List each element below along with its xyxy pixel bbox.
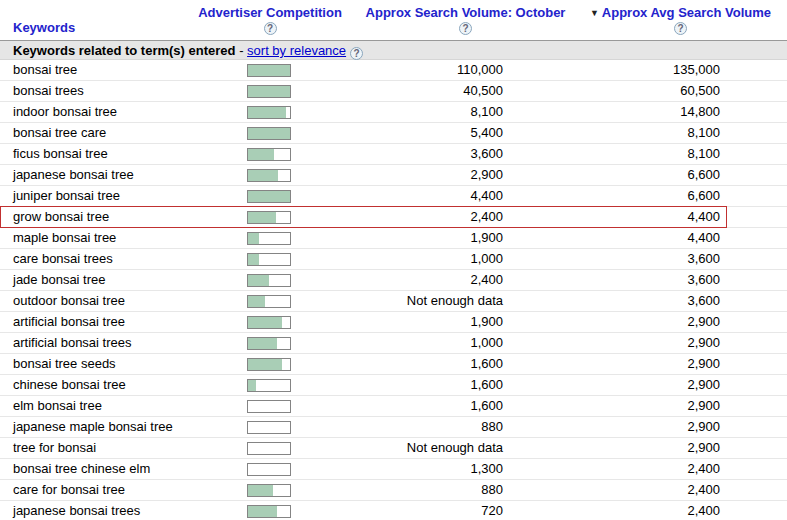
competition-bar-fill bbox=[248, 149, 274, 160]
column-header-advertiser-competition[interactable]: Advertiser Competition ? bbox=[175, 5, 365, 35]
table-row: indoor bonsai tree 8,100 14,800 bbox=[0, 102, 787, 123]
competition-bar bbox=[247, 295, 291, 308]
avg-volume-cell: 2,900 bbox=[503, 375, 720, 395]
help-icon[interactable]: ? bbox=[459, 22, 472, 35]
competition-bar bbox=[247, 484, 291, 497]
keyword-cell: juniper bonsai tree bbox=[0, 186, 247, 206]
competition-bar-fill bbox=[248, 233, 259, 244]
spacer-cell bbox=[720, 228, 787, 248]
table-row: bonsai tree seeds 1,600 2,900 bbox=[0, 354, 787, 375]
avg-volume-cell: 2,400 bbox=[503, 480, 720, 500]
volume-october-cell: 1,900 bbox=[303, 228, 503, 248]
table-row: artificial bonsai trees 1,000 2,900 bbox=[0, 333, 787, 354]
avg-volume-cell: 4,400 bbox=[503, 228, 720, 248]
keyword-cell: indoor bonsai tree bbox=[0, 102, 247, 122]
competition-cell bbox=[247, 375, 303, 395]
competition-cell bbox=[247, 186, 303, 206]
competition-cell bbox=[247, 291, 303, 311]
competition-bar-fill bbox=[248, 128, 290, 139]
competition-bar bbox=[247, 358, 291, 371]
table-row: juniper bonsai tree 4,400 6,600 bbox=[0, 186, 787, 207]
keyword-cell: bonsai tree care bbox=[0, 123, 247, 143]
help-icon[interactable]: ? bbox=[350, 47, 363, 60]
column-header-label: Approx Search Volume: October bbox=[358, 5, 573, 20]
competition-cell bbox=[247, 459, 303, 479]
keyword-cell: japanese maple bonsai tree bbox=[0, 417, 247, 437]
spacer-cell bbox=[720, 291, 787, 311]
competition-bar-fill bbox=[248, 254, 259, 265]
keyword-cell: jade bonsai tree bbox=[0, 270, 247, 290]
competition-bar bbox=[247, 169, 291, 182]
spacer-cell bbox=[720, 396, 787, 416]
table-row: bonsai tree chinese elm 1,300 2,400 bbox=[0, 459, 787, 480]
competition-bar bbox=[247, 337, 291, 350]
competition-cell bbox=[247, 438, 303, 458]
competition-cell bbox=[247, 81, 303, 101]
avg-volume-cell: 3,600 bbox=[503, 270, 720, 290]
avg-volume-cell: 2,900 bbox=[503, 354, 720, 374]
competition-bar bbox=[247, 505, 291, 518]
spacer-cell bbox=[720, 333, 787, 353]
competition-bar-fill bbox=[248, 485, 273, 496]
competition-cell bbox=[247, 102, 303, 122]
avg-volume-cell: 2,400 bbox=[503, 501, 720, 520]
competition-bar-fill bbox=[248, 170, 278, 181]
competition-bar bbox=[247, 85, 291, 98]
keyword-cell: bonsai tree bbox=[0, 60, 247, 80]
table-row: elm bonsai tree 1,600 2,900 bbox=[0, 396, 787, 417]
competition-bar bbox=[247, 232, 291, 245]
keyword-cell: care for bonsai tree bbox=[0, 480, 247, 500]
competition-bar bbox=[247, 106, 291, 119]
keyword-cell: bonsai tree chinese elm bbox=[0, 459, 247, 479]
competition-cell bbox=[247, 144, 303, 164]
table-row: ficus bonsai tree 3,600 8,100 bbox=[0, 144, 787, 165]
help-icon[interactable]: ? bbox=[674, 22, 687, 35]
sort-by-relevance-link[interactable]: sort by relevance bbox=[247, 43, 346, 58]
competition-bar-fill bbox=[248, 65, 290, 76]
volume-october-cell: 1,000 bbox=[303, 333, 503, 353]
volume-october-cell: Not enough data bbox=[303, 438, 503, 458]
spacer-cell bbox=[720, 438, 787, 458]
keyword-cell: elm bonsai tree bbox=[0, 396, 247, 416]
keyword-cell: care bonsai trees bbox=[0, 249, 247, 269]
avg-volume-cell: 3,600 bbox=[503, 291, 720, 311]
column-header-text: Approx Avg Search Volume bbox=[602, 5, 771, 20]
competition-cell bbox=[247, 207, 303, 227]
avg-volume-cell: 4,400 bbox=[503, 207, 720, 227]
volume-october-cell: 880 bbox=[303, 480, 503, 500]
spacer-cell bbox=[720, 375, 787, 395]
table-row: japanese bonsai tree 2,900 6,600 bbox=[0, 165, 787, 186]
volume-october-cell: 880 bbox=[303, 417, 503, 437]
table-row: tree for bonsai Not enough data 2,900 bbox=[0, 438, 787, 459]
volume-october-cell: 110,000 bbox=[303, 60, 503, 80]
competition-cell bbox=[247, 501, 303, 520]
keyword-cell: ficus bonsai tree bbox=[0, 144, 247, 164]
table-row: bonsai trees 40,500 60,500 bbox=[0, 81, 787, 102]
volume-october-cell: 2,900 bbox=[303, 165, 503, 185]
avg-volume-cell: 14,800 bbox=[503, 102, 720, 122]
table-row: artificial bonsai tree 1,900 2,900 bbox=[0, 312, 787, 333]
competition-cell bbox=[247, 312, 303, 332]
column-header-label: Advertiser Competition bbox=[175, 5, 365, 20]
spacer-cell bbox=[720, 102, 787, 122]
avg-volume-cell: 2,900 bbox=[503, 333, 720, 353]
competition-bar-fill bbox=[248, 191, 290, 202]
help-icon[interactable]: ? bbox=[264, 22, 277, 35]
volume-october-cell: 1,000 bbox=[303, 249, 503, 269]
keyword-table: bonsai tree 110,000 135,000 bonsai trees… bbox=[0, 60, 787, 520]
competition-cell bbox=[247, 165, 303, 185]
column-header-search-volume-october[interactable]: Approx Search Volume: October ? bbox=[358, 5, 573, 35]
volume-october-cell: 40,500 bbox=[303, 81, 503, 101]
column-header-keywords[interactable]: Keywords bbox=[13, 20, 75, 35]
competition-bar-fill bbox=[248, 506, 277, 517]
column-header-avg-search-volume[interactable]: ▼Approx Avg Search Volume ? bbox=[578, 5, 783, 35]
competition-cell bbox=[247, 333, 303, 353]
subheader-separator: - bbox=[236, 43, 248, 58]
volume-october-cell: 4,400 bbox=[303, 186, 503, 206]
spacer-cell bbox=[720, 417, 787, 437]
spacer-cell bbox=[720, 270, 787, 290]
table-row: chinese bonsai tree 1,600 2,900 bbox=[0, 375, 787, 396]
volume-october-cell: 1,300 bbox=[303, 459, 503, 479]
subheader-text: Keywords related to term(s) entered bbox=[13, 43, 236, 58]
spacer-cell bbox=[720, 81, 787, 101]
